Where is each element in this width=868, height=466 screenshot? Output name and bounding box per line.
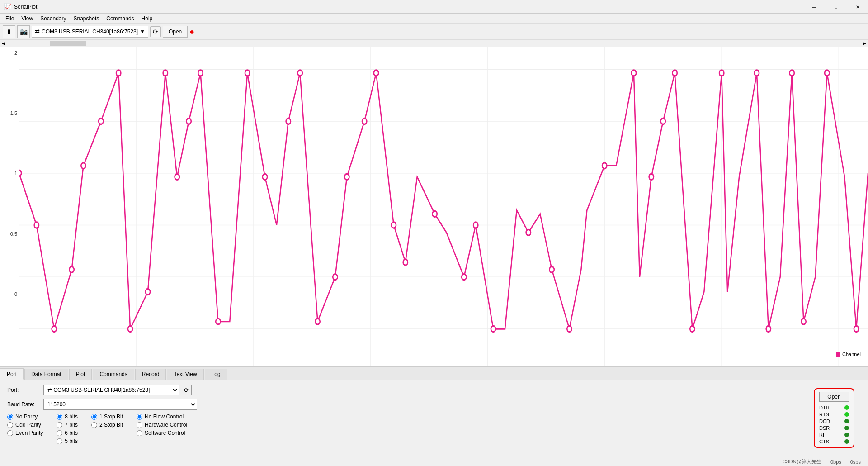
y-label-neg: - [2,352,17,357]
svg-point-42 [526,229,531,235]
svg-point-29 [286,118,291,124]
svg-point-51 [719,70,724,76]
stop-1[interactable]: 1 Stop Bit [91,414,123,420]
minimize-button[interactable]: — [804,0,825,14]
parity-even[interactable]: Even Parity [7,430,43,436]
close-button[interactable]: ✕ [847,0,868,14]
dsr-label: DSR [819,425,830,431]
flow-software[interactable]: Software Control [137,430,187,436]
svg-point-40 [473,222,478,228]
rts-label: RTS [819,412,829,417]
bits-6[interactable]: 6 bits [57,430,78,436]
svg-point-34 [362,118,367,124]
stop-bits-group: 1 Stop Bit 2 Stop Bit [91,414,123,428]
baud-rate-select[interactable]: 115200 9600 57600 38400 19200 [43,399,197,410]
tab-port[interactable]: Port [0,368,24,380]
scroll-thumb[interactable] [50,41,86,46]
svg-point-38 [432,211,437,217]
bits-8[interactable]: 8 bits [57,414,78,420]
parity-odd[interactable]: Odd Parity [7,422,43,428]
ri-indicator [844,433,849,437]
svg-point-16 [69,266,74,272]
tab-text-view[interactable]: Text View [167,369,203,380]
svg-point-41 [491,326,495,332]
chart-area: ◀ ▶ 2 1.5 1 0.5 0 - [0,40,868,366]
status-dcd: DCD [819,418,849,424]
svg-point-23 [175,174,179,180]
svg-point-31 [315,319,320,324]
status-speed1: 0bps [830,459,841,465]
flow-none[interactable]: No Flow Control [137,414,187,420]
legend-color [836,352,840,357]
snapshot-button[interactable]: 📷 [17,25,30,38]
svg-point-43 [549,266,554,272]
maximize-button[interactable]: □ [826,0,846,14]
svg-point-21 [146,289,150,295]
dtr-indicator [844,405,849,410]
pause-button[interactable]: ⏸ [3,25,15,38]
parity-section: No Parity Odd Parity Even Parity [7,414,861,444]
port-dropdown-toolbar[interactable]: ⇄ COM3 USB-SERIAL CH340[1a86:7523] ▼ [32,26,148,38]
svg-point-36 [392,222,396,228]
dsr-indicator [844,426,849,430]
menu-snapshots[interactable]: Snapshots [70,14,103,23]
window-controls: — □ ✕ [804,0,868,14]
svg-point-26 [216,319,220,324]
parity-no[interactable]: No Parity [7,414,43,420]
y-label-1: 1 [2,171,17,176]
toolbar-refresh-button[interactable]: ⟳ [150,26,161,37]
tab-record[interactable]: Record [135,369,166,380]
status-website: CSDN@算人先生 [783,458,821,465]
y-label-15: 1.5 [2,111,17,116]
tab-log[interactable]: Log [205,369,227,380]
toolbar-open-button[interactable]: Open [163,26,188,38]
flow-hardware[interactable]: Hardware Control [137,422,187,428]
stop-2[interactable]: 2 Stop Bit [91,422,123,428]
bits-5[interactable]: 5 bits [57,438,78,444]
tab-data-format[interactable]: Data Format [24,369,68,380]
chart-inner: 2 1.5 1 0.5 0 - [0,47,868,366]
svg-point-55 [801,319,806,324]
cts-indicator [844,439,849,444]
port-refresh-button[interactable]: ⟳ [181,385,192,395]
menu-commands[interactable]: Commands [103,14,137,23]
scroll-left-arrow[interactable]: ◀ [0,40,7,47]
svg-point-15 [52,326,57,332]
svg-point-44 [567,326,571,332]
svg-point-33 [344,174,349,180]
port-select[interactable]: ⇄ COM3 USB-SERIAL CH340[1a86:7523] [43,385,179,395]
tab-commands[interactable]: Commands [93,369,134,380]
svg-point-18 [99,118,103,124]
chart-scrollbar[interactable]: ◀ ▶ [0,40,868,47]
legend-label: Channel [842,352,861,357]
open-port-button[interactable]: Open [819,392,849,402]
chart-legend: Channel [836,352,861,357]
menu-view[interactable]: View [18,14,37,23]
svg-point-22 [163,70,168,76]
parity-group: No Parity Odd Parity Even Parity [7,414,43,436]
menu-file[interactable]: File [2,14,18,23]
tab-plot[interactable]: Plot [69,369,92,380]
scroll-right-arrow[interactable]: ▶ [861,40,868,47]
y-label-0: 0 [2,292,17,297]
svg-point-28 [263,174,267,180]
svg-point-50 [690,326,694,332]
flow-control-group: No Flow Control Hardware Control Softwar… [137,414,187,436]
svg-point-17 [81,163,85,169]
record-indicator: ● [189,28,194,36]
svg-point-32 [333,274,337,280]
toolbar: ⏸ 📷 ⇄ COM3 USB-SERIAL CH340[1a86:7523] ▼… [0,24,868,40]
bits-7[interactable]: 7 bits [57,422,78,428]
svg-point-49 [672,70,677,76]
status-ri: RI [819,432,849,437]
chart-plot[interactable]: Channel [19,47,868,366]
status-rts: RTS [819,412,849,417]
port-status-panel: Open DTR RTS DCD DSR RI CTS [814,388,854,448]
menu-help[interactable]: Help [138,14,156,23]
svg-point-46 [632,70,636,76]
svg-point-53 [766,326,771,332]
app-title: SerialPlot [14,4,864,10]
bottom-panel: Port Data Format Plot Commands Record Te… [0,366,868,466]
svg-point-13 [19,170,21,176]
menu-secondary[interactable]: Secondary [37,14,70,23]
